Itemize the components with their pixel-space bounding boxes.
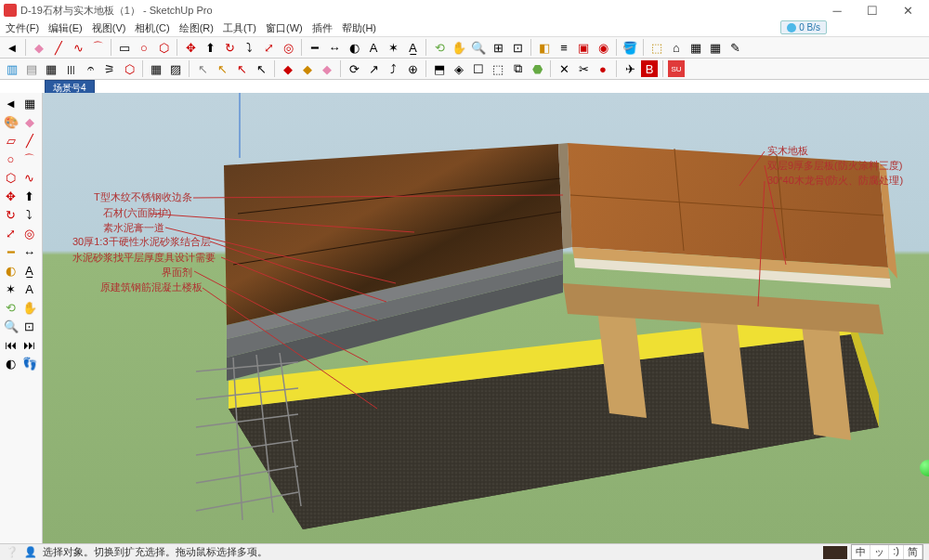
plugin-21-icon[interactable]: ⬒ [431, 60, 448, 77]
plugin-17-icon[interactable]: ⟳ [346, 60, 362, 77]
plugin-32-icon[interactable]: SU [668, 60, 685, 77]
plugin-9-icon[interactable]: ▨ [167, 60, 184, 77]
rectangle-icon[interactable]: ▭ [116, 39, 133, 56]
lt-3dtext-icon[interactable]: A [20, 280, 38, 298]
plugin-14-icon[interactable]: ◆ [280, 60, 296, 77]
rotate-icon[interactable]: ↻ [221, 39, 238, 56]
lt-znext-icon[interactable]: ⏭ [20, 336, 38, 354]
plugin-6-icon[interactable]: ⚞ [101, 60, 118, 77]
plugin-20-icon[interactable]: ⊕ [404, 60, 421, 77]
plugin-18-icon[interactable]: ↗ [365, 60, 382, 77]
scene-tab-4[interactable]: 场景号4 [45, 80, 95, 94]
lt-zoom-icon[interactable]: 🔍 [2, 318, 20, 335]
menu-draw[interactable]: 绘图(R) [179, 21, 214, 35]
close-button[interactable]: ✕ [890, 0, 925, 20]
lt-offset-icon[interactable]: ◎ [20, 225, 38, 242]
plugin-7-icon[interactable]: ⬡ [121, 60, 137, 77]
plugin-28-icon[interactable]: ✂ [575, 60, 592, 77]
maximize-button[interactable]: ☐ [855, 0, 890, 20]
layers-icon[interactable]: ≡ [556, 39, 572, 56]
scale-icon[interactable]: ⤢ [260, 39, 277, 56]
model-icon[interactable]: ▦ [687, 39, 704, 56]
plugin-25-icon[interactable]: ⧉ [509, 60, 526, 77]
plugin-13-icon[interactable]: ↖ [253, 60, 269, 77]
3dtext-icon[interactable]: A̲ [404, 39, 421, 56]
zoom-icon[interactable]: 🔍 [470, 39, 487, 56]
lt-paint-icon[interactable]: 🎨 [2, 113, 20, 131]
plugin-26-icon[interactable]: ⬣ [529, 60, 545, 77]
lt-circle-icon[interactable]: ○ [2, 150, 20, 168]
pencil-icon[interactable]: ╱ [50, 39, 67, 56]
protractor-icon[interactable]: ◐ [346, 39, 362, 56]
lt-component-icon[interactable]: ▦ [20, 95, 38, 112]
plugin-31-icon[interactable]: B [641, 60, 658, 77]
move-icon[interactable]: ✥ [182, 39, 199, 56]
dimension-icon[interactable]: ↔ [326, 39, 343, 56]
orbit-icon[interactable]: ⟲ [431, 39, 448, 56]
plugin-24-icon[interactable]: ⬚ [490, 60, 506, 77]
lt-walk-icon[interactable]: 👣 [20, 355, 38, 372]
lt-face-icon[interactable]: ◐ [2, 355, 20, 372]
plugin-12-icon[interactable]: ↖ [233, 60, 250, 77]
section-icon[interactable]: ◧ [536, 39, 553, 56]
text-icon[interactable]: A [365, 39, 382, 56]
lt-tape-icon[interactable]: ━ [2, 243, 20, 261]
lt-pushpull-icon[interactable]: ⬆ [20, 188, 38, 205]
viewport-3d[interactable]: T型木纹不锈钢收边条 石材(六面防护) 素水泥膏一道 30厚1:3干硬性水泥砂浆… [43, 93, 929, 543]
plugin-5-icon[interactable]: 𝄐 [82, 60, 98, 77]
menu-help[interactable]: 帮助(H) [342, 21, 376, 35]
circle-icon[interactable]: ○ [136, 39, 152, 56]
component-icon[interactable]: ◉ [595, 39, 611, 56]
plugin-3-icon[interactable]: ▦ [43, 60, 59, 77]
lt-poly-icon[interactable]: ⬡ [2, 169, 20, 187]
polygon-icon[interactable]: ⬡ [155, 39, 172, 56]
paint-icon[interactable]: 🪣 [622, 39, 638, 56]
lt-line-icon[interactable]: ╱ [20, 132, 38, 150]
plugin-16-icon[interactable]: ◆ [319, 60, 335, 77]
edit-icon[interactable]: ✎ [726, 39, 743, 56]
lt-followme-icon[interactable]: ⤵ [20, 206, 38, 224]
zoomwindow-icon[interactable]: ⊞ [490, 39, 506, 56]
ime-bar[interactable]: 中ッ:)简 [851, 544, 923, 560]
plugin-2-icon[interactable]: ▤ [23, 60, 40, 77]
lt-prot-icon[interactable]: ◐ [2, 262, 20, 280]
plugin-10-icon[interactable]: ↖ [194, 60, 211, 77]
group-icon[interactable]: ▦ [707, 39, 724, 56]
plugin-29-icon[interactable]: ● [595, 60, 611, 77]
menu-plugins[interactable]: 插件 [312, 21, 333, 35]
lt-orbit-icon[interactable]: ⟲ [2, 299, 20, 317]
followme-icon[interactable]: ⤵ [241, 39, 257, 56]
select-tool-icon[interactable]: ◄ [4, 39, 20, 56]
menu-edit[interactable]: 编辑(E) [48, 21, 83, 35]
plugin-30-icon[interactable]: ✈ [622, 60, 638, 77]
plugin-15-icon[interactable]: ◆ [299, 60, 316, 77]
pan-icon[interactable]: ✋ [451, 39, 467, 56]
plugin-23-icon[interactable]: ☐ [470, 60, 487, 77]
lt-text-icon[interactable]: A̲ [20, 262, 38, 280]
lt-axes-icon[interactable]: ✶ [2, 280, 20, 298]
lt-zprev-icon[interactable]: ⏮ [2, 336, 20, 354]
tape-icon[interactable]: ━ [307, 39, 323, 56]
lt-scale-icon[interactable]: ⤢ [2, 225, 20, 242]
pushpull-icon[interactable]: ⬆ [202, 39, 218, 56]
lt-rotate-icon[interactable]: ↻ [2, 206, 20, 224]
lt-select-icon[interactable]: ◄ [2, 95, 20, 112]
plugin-11-icon[interactable]: ↖ [214, 60, 230, 77]
lt-zext-icon[interactable]: ⊡ [20, 318, 38, 335]
minimize-button[interactable]: ─ [819, 0, 855, 20]
zoomextents-icon[interactable]: ⊡ [509, 39, 526, 56]
menu-camera[interactable]: 相机(C) [135, 21, 169, 35]
lt-pan-icon[interactable]: ✋ [20, 299, 38, 317]
plugin-4-icon[interactable]: ⫼ [62, 60, 79, 77]
menu-tools[interactable]: 工具(T) [223, 21, 256, 35]
lt-arc-icon[interactable]: ⌒ [20, 150, 38, 168]
box-icon[interactable]: ⬚ [648, 39, 665, 56]
plugin-19-icon[interactable]: ⤴ [385, 60, 401, 77]
menu-file[interactable]: 文件(F) [6, 21, 39, 35]
plugin-1-icon[interactable]: ▥ [4, 60, 20, 77]
house-icon[interactable]: ⌂ [668, 39, 685, 56]
plugin-8-icon[interactable]: ▦ [148, 60, 164, 77]
arc-icon[interactable]: ⌒ [89, 39, 106, 56]
eraser-icon[interactable]: ◆ [31, 39, 47, 56]
plugin-22-icon[interactable]: ◈ [451, 60, 467, 77]
